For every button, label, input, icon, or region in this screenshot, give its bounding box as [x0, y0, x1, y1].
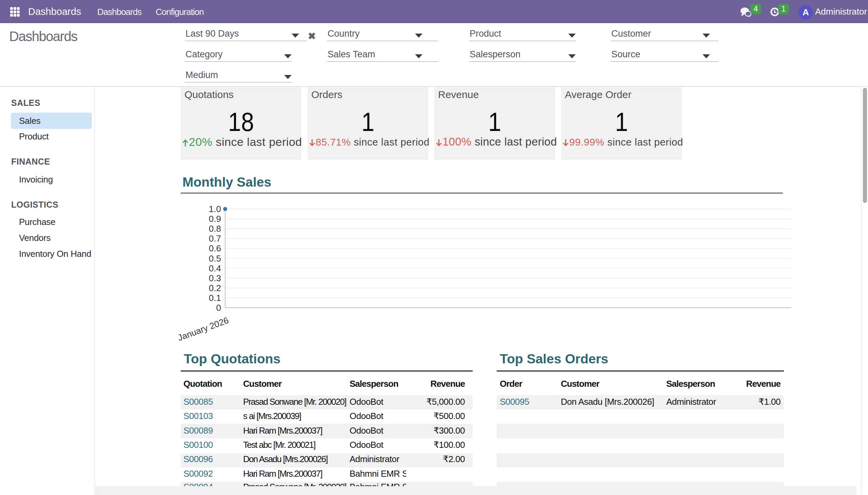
svg-text:0.9: 0.9 [209, 214, 221, 224]
svg-text:0.6: 0.6 [209, 243, 221, 253]
svg-text:0.5: 0.5 [209, 253, 221, 263]
svg-text:0.3: 0.3 [209, 273, 221, 283]
svg-text:0.7: 0.7 [209, 234, 221, 244]
svg-text:0: 0 [216, 303, 221, 313]
svg-text:0.8: 0.8 [209, 224, 221, 234]
svg-text:1.0: 1.0 [209, 204, 221, 214]
svg-text:0.1: 0.1 [209, 293, 221, 303]
svg-text:0.4: 0.4 [209, 263, 221, 273]
svg-text:January 2026: January 2026 [176, 315, 230, 343]
svg-text:0.2: 0.2 [209, 283, 221, 293]
